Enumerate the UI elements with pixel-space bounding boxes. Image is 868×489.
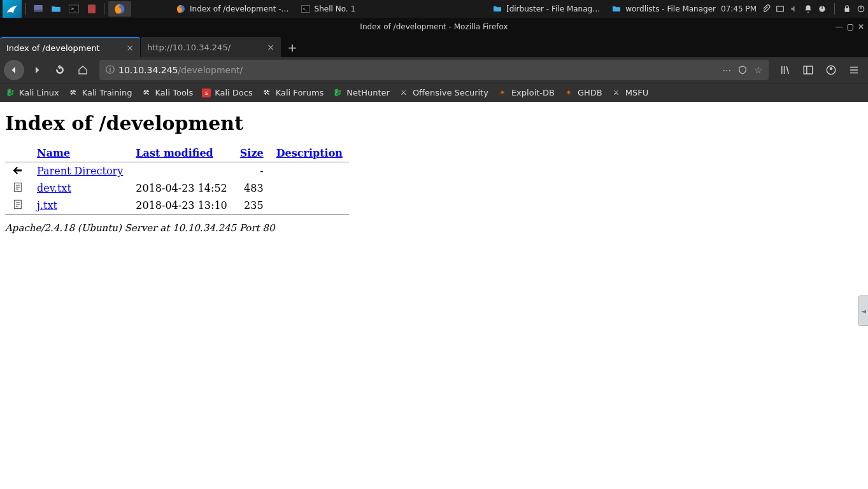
taskbar-label: Shell No. 1 [315,4,355,13]
logout-icon[interactable] [857,4,865,13]
svg-point-18 [830,67,833,71]
new-tab-button[interactable]: + [281,37,303,57]
firefox-icon [176,4,186,14]
sidebar-icon[interactable] [798,60,818,80]
file-link[interactable]: dev.txt [37,182,71,194]
bookmark-star-icon[interactable]: ☆ [754,65,762,75]
url-host: 10.10.34.245 [118,65,178,75]
svg-rect-10 [777,6,784,11]
tab-close-icon[interactable]: × [267,42,274,52]
offsec-icon: ⚔ [399,88,409,98]
table-row: Parent Directory - [5,162,349,180]
taskbar-firefox-icon[interactable] [108,1,131,17]
bookmark-msfu[interactable]: ⚔MSFU [611,88,648,98]
workspace-icon[interactable] [776,4,785,13]
file-link[interactable]: j.txt [37,199,57,211]
power-icon[interactable] [818,4,827,13]
bookmark-kali-docs[interactable]: sKali Docs [202,88,253,97]
cell-size: - [234,162,270,180]
doc-icon: s [202,89,211,97]
server-footer: Apache/2.4.18 (Ubuntu) Server at 10.10.3… [5,222,863,234]
browser-tab-active[interactable]: Index of /development × [0,37,140,57]
cell-modified: 2018-04-23 14:52 [129,180,233,197]
volume-icon[interactable] [790,4,799,13]
forward-button[interactable] [27,60,47,80]
parent-directory-link[interactable]: Parent Directory [37,165,123,177]
col-size-link[interactable]: Size [240,147,264,159]
window-titlebar[interactable]: Index of /development - Mozilla Firefox … [0,18,868,36]
tab-label: Index of /development [6,43,121,53]
url-path: /development/ [178,65,243,75]
bookmark-ghdb[interactable]: ✶GHDB [564,88,602,98]
site-info-icon[interactable]: ⓘ [106,64,115,76]
cell-modified [129,162,233,180]
folder-icon [611,4,622,14]
terminal-launcher-icon[interactable]: >_ [66,1,82,17]
url-bar[interactable]: ⓘ 10.10.34.245/development/ ⋯ ☆ [99,60,769,80]
reader-shield-icon[interactable] [737,65,748,75]
reload-button[interactable] [50,60,70,80]
window-title: Index of /development - Mozilla Firefox [360,22,508,31]
text-file-icon [11,181,24,194]
side-panel-handle[interactable]: ◄ [858,295,868,326]
dragon-icon: 🐉 [5,88,15,98]
dragon-icon: 🐉 [332,88,343,98]
library-icon[interactable] [775,60,795,80]
taskbar-label: [dirbuster - File Manag… [506,4,600,13]
svg-text:>_: >_ [71,6,77,11]
account-icon[interactable] [821,60,841,80]
col-modified-link[interactable]: Last modified [136,147,213,159]
forum-icon: 🛠 [262,88,272,98]
cell-size: 483 [234,180,270,197]
bookmark-nethunter[interactable]: 🐉NetHunter [332,88,390,98]
taskbar-item-shell[interactable]: >_ Shell No. 1 [295,1,360,17]
directory-listing-table: Name Last modified Size Description Pare… [5,145,349,215]
url-text: 10.10.34.245/development/ [118,65,718,75]
clock[interactable]: 07:45 PM [721,4,757,13]
desktop-panel: >_ Index of /development -… >_ Shell No.… [0,0,868,18]
browser-toolbar: ⓘ 10.10.34.245/development/ ⋯ ☆ [0,57,868,83]
bookmark-exploitdb[interactable]: ✶Exploit-DB [497,88,555,98]
taskbar-item-firefox[interactable]: Index of /development -… [171,1,294,17]
bookmark-kali-linux[interactable]: 🐉Kali Linux [5,88,59,98]
cell-size: 235 [234,197,270,215]
close-icon[interactable]: ✕ [858,22,864,31]
minimize-icon[interactable]: — [836,22,843,31]
hamburger-menu-icon[interactable] [844,60,864,80]
col-desc-link[interactable]: Description [276,147,343,159]
page-heading: Index of /development [5,112,863,134]
back-arrow-icon [11,164,24,176]
browser-tab[interactable]: http://10.10.34.245/ × [141,37,281,57]
file-manager-icon[interactable] [48,1,64,17]
taskbar-item-wordlists[interactable]: wordlists - File Manager [606,1,721,17]
bookmarks-bar: 🐉Kali Linux 🛠Kali Training 🛠Kali Tools s… [0,83,868,102]
home-button[interactable] [73,60,93,80]
bookmark-offsec[interactable]: ⚔Offensive Security [399,88,488,98]
svg-point-5 [92,10,96,13]
tab-close-icon[interactable]: × [126,43,134,53]
bookmark-kali-training[interactable]: 🛠Kali Training [68,88,132,98]
table-row: j.txt 2018-04-23 13:10 235 [5,197,349,215]
attach-icon[interactable] [762,4,771,13]
app-menu-icon[interactable] [3,0,22,18]
svg-rect-12 [822,6,822,9]
browser-tabstrip: Index of /development × http://10.10.34.… [0,36,868,57]
lock-icon[interactable] [843,4,851,13]
text-editor-icon[interactable] [83,1,100,17]
notification-bell-icon[interactable] [804,4,813,13]
page-content: Index of /development Name Last modified… [0,102,868,489]
svg-text:>_: >_ [302,7,307,11]
exploit-icon: ✶ [564,88,574,98]
svg-rect-14 [860,6,861,9]
page-action-icon[interactable]: ⋯ [722,65,731,75]
show-desktop-icon[interactable] [30,1,46,17]
back-button[interactable] [4,60,24,80]
table-row: dev.txt 2018-04-23 14:52 483 [5,180,349,197]
maximize-icon[interactable]: ▢ [847,22,854,31]
bookmark-kali-forums[interactable]: 🛠Kali Forums [262,88,324,98]
col-name-link[interactable]: Name [37,147,70,159]
taskbar-item-dirbuster[interactable]: [dirbuster - File Manag… [487,1,605,17]
tab-label: http://10.10.34.245/ [147,43,262,52]
svg-rect-15 [804,66,813,74]
bookmark-kali-tools[interactable]: 🛠Kali Tools [141,88,194,98]
